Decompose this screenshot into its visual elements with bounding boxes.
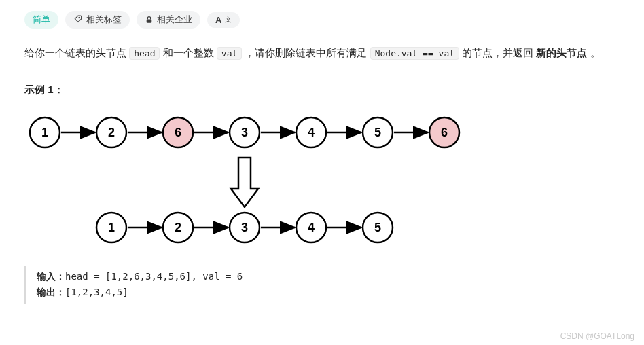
svg-text:1: 1 <box>108 221 115 234</box>
svg-text:4: 4 <box>308 221 315 234</box>
svg-text:2: 2 <box>108 126 115 139</box>
code-head: head <box>129 47 160 60</box>
related-companies-tag[interactable]: 相关企业 <box>137 11 200 29</box>
related-tags-label: 相关标签 <box>86 14 122 26</box>
svg-text:1: 1 <box>41 126 48 139</box>
svg-text:3: 3 <box>241 221 248 234</box>
lock-icon <box>145 16 154 24</box>
svg-text:2: 2 <box>175 221 181 234</box>
example-1-label: 示例 1： <box>24 84 625 96</box>
svg-text:5: 5 <box>374 221 381 234</box>
tag-icon <box>73 15 83 24</box>
input-line: 输入：head = [1,2,6,3,4,5,6], val = 6 <box>37 269 625 285</box>
svg-text:6: 6 <box>175 126 181 139</box>
example-io: 输入：head = [1,2,6,3,4,5,6], val = 6 输出：[1… <box>24 266 625 304</box>
translate-tag[interactable]: A文 <box>207 12 240 28</box>
problem-description: 给你一个链表的头节点 head 和一个整数 val ，请你删除链表中所有满足 N… <box>24 43 625 63</box>
svg-text:3: 3 <box>241 126 248 139</box>
difficulty-tag[interactable]: 简单 <box>24 11 58 29</box>
translate-icon: A <box>215 15 221 25</box>
svg-text:5: 5 <box>374 126 381 139</box>
watermark: CSDN @GOATLong <box>560 331 634 341</box>
svg-text:6: 6 <box>441 126 448 139</box>
example-diagram: 126345612345 <box>24 109 625 254</box>
tags-row: 简单 相关标签 相关企业 A文 <box>24 11 625 29</box>
svg-rect-1 <box>147 19 152 22</box>
related-companies-label: 相关企业 <box>157 14 192 26</box>
output-line: 输出：[1,2,3,4,5] <box>37 285 625 301</box>
related-tags-tag[interactable]: 相关标签 <box>65 11 130 29</box>
code-condition: Node.val == val <box>370 47 459 60</box>
code-val: val <box>217 47 242 60</box>
svg-point-0 <box>79 17 79 18</box>
svg-text:4: 4 <box>308 126 315 139</box>
